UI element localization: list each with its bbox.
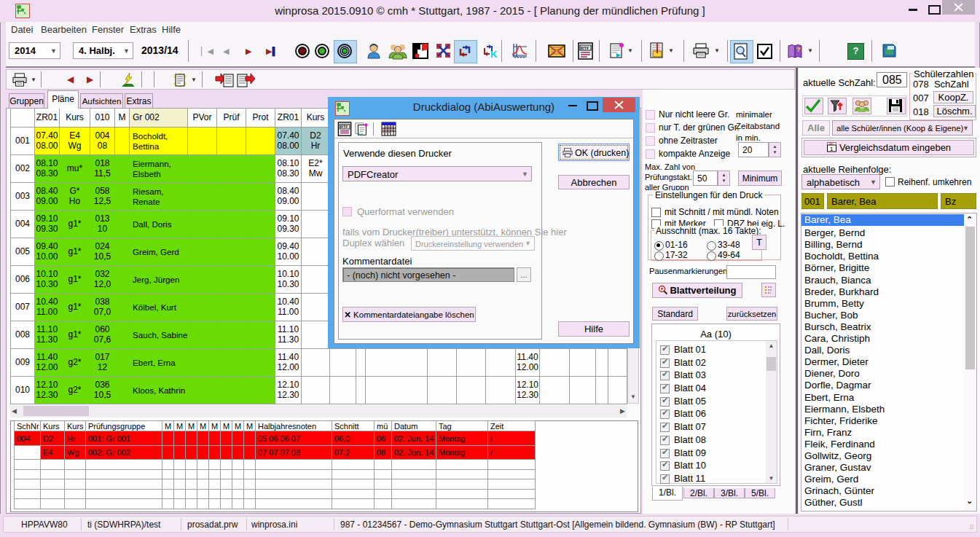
svg-text:?: ? [796,46,801,53]
svg-text:RTF: RTF [340,125,348,129]
svg-text:JAN: JAN [828,143,834,146]
svg-text:K: K [490,49,498,59]
svg-text:1: 1 [830,146,834,152]
svg-text:RTF: RTF [581,46,589,50]
